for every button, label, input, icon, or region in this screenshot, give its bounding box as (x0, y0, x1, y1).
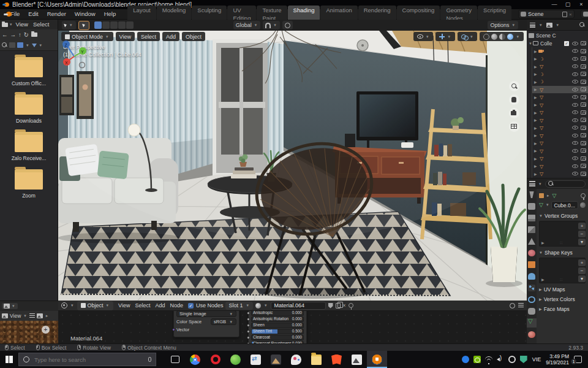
shader-node-canvas[interactable]: Single Image▾ Color SpacesRGB▾ Vector An… (58, 311, 527, 343)
maximize-button[interactable]: ▢ (561, 0, 575, 9)
browse-image-icon[interactable] (37, 313, 43, 318)
outliner-object-row[interactable]: ▶ (532, 132, 588, 140)
editor-type-button[interactable]: ▾ (2, 303, 18, 309)
orthographic-toggle-button[interactable] (509, 121, 519, 132)
taskbar-app[interactable] (165, 351, 185, 368)
render-camera-icon[interactable] (581, 110, 586, 115)
unlink-material-icon[interactable]: × (343, 302, 346, 309)
object-icon[interactable] (539, 193, 544, 198)
display-mode-icon[interactable] (546, 23, 552, 28)
properties-tab[interactable] (528, 331, 535, 338)
outliner-object-row[interactable]: ▶ (532, 139, 588, 147)
select-invert-icon[interactable] (118, 21, 126, 29)
properties-editor-icon[interactable] (529, 181, 535, 186)
eye-icon[interactable] (572, 149, 578, 153)
camera-view-button[interactable] (509, 108, 519, 118)
bsdf-input-row[interactable]: Anisotropic Rotation 0.000 (251, 316, 304, 322)
menu-item[interactable]: Window (70, 10, 100, 17)
properties-tab[interactable] (528, 238, 535, 245)
file-browser-folder[interactable]: Downloads (0, 94, 58, 124)
menu-item[interactable]: Select (31, 21, 51, 28)
viewport-menu-item[interactable]: View (116, 32, 135, 41)
pin-icon[interactable] (581, 193, 586, 198)
disclosure-triangle-icon[interactable]: ▶ (534, 164, 538, 168)
select-intersect-icon[interactable] (126, 21, 134, 29)
resize-grip[interactable]: ∷ (560, 240, 563, 245)
viewport-menu-item[interactable]: Object (182, 32, 205, 41)
disclosure-triangle-icon[interactable]: ▶ (534, 95, 538, 99)
outliner-object-row[interactable]: ▶ (532, 93, 588, 101)
disclosure-triangle-icon[interactable]: ▶ (534, 110, 538, 115)
outliner-object-row[interactable]: ▶ (532, 117, 588, 125)
specials-button[interactable]: ▾ (578, 239, 586, 245)
render-camera-icon[interactable] (581, 49, 586, 53)
taskbar-app[interactable] (326, 351, 347, 368)
disclosure-triangle-icon[interactable]: ▶ (534, 172, 538, 176)
material-preview-icon[interactable] (499, 34, 505, 40)
start-button[interactable] (0, 351, 18, 368)
shape-keys-list[interactable]: + − ▾ ▶ ∷ (539, 258, 586, 283)
editor-type-folder-icon[interactable] (2, 23, 8, 27)
vector-socket[interactable] (172, 328, 175, 331)
refresh-icon[interactable]: ↻ (24, 31, 29, 38)
notification-center-icon[interactable]: 1 (574, 356, 582, 363)
shader-menu-item[interactable]: Add (155, 302, 165, 309)
principled-bsdf-node[interactable]: Anisotropic 0.000 Anisotropic Rotation 0… (248, 311, 307, 343)
mesh-data-icon[interactable]: ▽ (552, 193, 557, 199)
taskbar-app[interactable] (246, 351, 266, 368)
transform-orientation-dropdown[interactable]: Global▾ (233, 21, 261, 29)
outliner-scene-row[interactable]: Scene C (527, 32, 588, 40)
taskbar-app[interactable] (185, 351, 205, 368)
render-camera-icon[interactable] (581, 72, 586, 76)
tray-icon[interactable] (473, 356, 481, 363)
parent-dir-icon[interactable]: ↑ (18, 31, 21, 38)
disclosure-triangle-icon[interactable]: ▶ (534, 72, 538, 76)
file-browser-folder[interactable]: Custom Offic... (0, 57, 58, 86)
uv-maps-panel-header[interactable]: ▶UV Maps (539, 285, 586, 293)
render-camera-icon[interactable] (581, 102, 586, 107)
unlink-scene-icon[interactable]: × (569, 12, 572, 17)
render-camera-icon[interactable] (581, 133, 586, 137)
outliner-object-row[interactable]: ▶ (532, 101, 588, 109)
taskbar-app[interactable] (225, 351, 246, 368)
minimize-button[interactable]: — (548, 0, 561, 9)
snap-toggle[interactable]: ▾ (263, 21, 280, 29)
use-nodes-checkbox[interactable]: ✓ (188, 303, 194, 309)
expand-icon[interactable]: ▶ (541, 240, 545, 245)
search-icon[interactable] (579, 22, 585, 28)
filter-icon[interactable] (32, 44, 37, 47)
add-button[interactable]: + (578, 259, 586, 266)
disclosure-triangle-icon[interactable]: ▶ (534, 126, 538, 130)
shader-type-dropdown[interactable]: Object ▾ (77, 301, 114, 310)
shape-keys-panel-header[interactable]: ▼Shape Keys (539, 248, 586, 256)
eye-icon[interactable] (572, 172, 578, 175)
outliner-object-row[interactable]: ▶ (532, 55, 588, 63)
properties-tab[interactable] (528, 226, 535, 233)
shader-menu-item[interactable]: Node (170, 302, 183, 309)
tray-icon[interactable] (508, 356, 516, 363)
disclosure-triangle-icon[interactable]: ▶ (534, 156, 538, 161)
input-socket[interactable] (247, 318, 250, 321)
menu-bars-icon[interactable] (29, 313, 35, 318)
shader-menu-item[interactable]: Select (135, 302, 150, 309)
resize-grip[interactable]: ∷ (560, 277, 563, 282)
taskbar-app[interactable] (347, 351, 367, 368)
disclosure-triangle-icon[interactable]: ▶ (534, 102, 538, 107)
properties-tab[interactable] (528, 203, 535, 210)
eye-icon[interactable] (572, 42, 578, 45)
disclosure-triangle-icon[interactable]: ▶ (534, 141, 538, 145)
material-browse-icon[interactable] (255, 303, 261, 309)
active-tool-select-box[interactable] (78, 21, 89, 30)
input-socket[interactable] (247, 312, 250, 315)
outliner-object-row[interactable]: ▶ (532, 47, 588, 55)
display-vertical-list-icon[interactable] (9, 42, 15, 48)
menu-item[interactable]: Edit (24, 10, 42, 17)
pan-button[interactable] (509, 94, 519, 105)
solid-shading-icon[interactable] (491, 34, 497, 40)
material-name-field[interactable]: Material.064 (271, 302, 326, 310)
language-indicator[interactable]: VIE (532, 356, 541, 362)
vertex-groups-list[interactable]: + − ▾ ▶ ∷ (539, 221, 586, 247)
taskbar-app[interactable] (306, 351, 326, 368)
viewport-scene[interactable] (58, 31, 527, 301)
search-input[interactable] (33, 356, 125, 364)
